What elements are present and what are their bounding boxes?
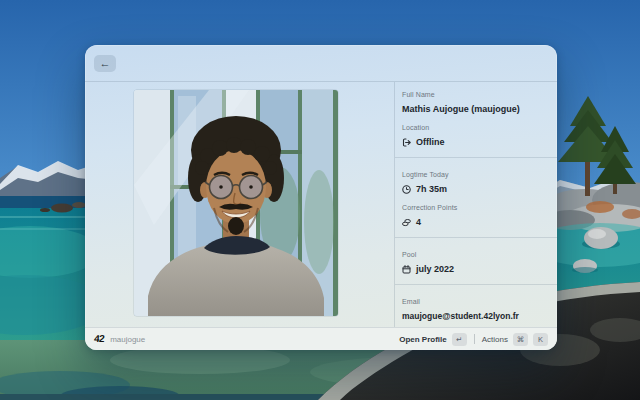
window-header: ← bbox=[85, 45, 557, 82]
clock-icon bbox=[402, 185, 411, 194]
field-label: Location bbox=[402, 124, 545, 132]
field-correction-points: Correction Points 4 bbox=[402, 204, 545, 229]
calendar-icon bbox=[402, 265, 411, 274]
section-divider bbox=[395, 157, 557, 158]
field-value: 7h 35m bbox=[416, 183, 447, 196]
profile-photo bbox=[134, 90, 338, 316]
field-value: july 2022 bbox=[416, 263, 454, 276]
back-button[interactable]: ← bbox=[94, 55, 116, 72]
enter-key-badge: ↵ bbox=[452, 333, 467, 346]
coins-icon bbox=[402, 218, 411, 227]
section-divider bbox=[395, 284, 557, 285]
field-label: Correction Points bbox=[402, 204, 545, 212]
actions-button[interactable]: Actions bbox=[482, 335, 508, 344]
42-logo-icon: 42 bbox=[93, 334, 104, 344]
search-query-text: maujogue bbox=[110, 335, 145, 344]
field-label: Full Name bbox=[402, 91, 545, 99]
k-key-badge: K bbox=[533, 333, 548, 346]
field-pool: Pool july 2022 bbox=[402, 251, 545, 276]
field-label: Pool bbox=[402, 251, 545, 259]
desktop: ← bbox=[0, 0, 640, 400]
open-profile-button[interactable]: Open Profile bbox=[399, 335, 447, 344]
footer-divider bbox=[474, 334, 475, 344]
metadata-panel: Full Name Mathis Aujogue (maujogue) Loca… bbox=[394, 82, 557, 327]
profile-window: ← bbox=[85, 45, 557, 350]
field-location: Location Offline bbox=[402, 124, 545, 149]
section-divider bbox=[395, 237, 557, 238]
field-label: Logtime Today bbox=[402, 171, 545, 179]
action-bar: 42 maujogue Open Profile ↵ Actions ⌘ K bbox=[85, 327, 557, 350]
field-value: 4 bbox=[416, 216, 421, 229]
field-full-name: Full Name Mathis Aujogue (maujogue) bbox=[402, 91, 545, 116]
field-value: Offline bbox=[416, 136, 445, 149]
field-logtime: Logtime Today 7h 35m bbox=[402, 171, 545, 196]
field-label: Email bbox=[402, 298, 545, 306]
field-email: Email maujogue@student.42lyon.fr bbox=[402, 298, 545, 323]
field-value: maujogue@student.42lyon.fr bbox=[402, 310, 545, 323]
logout-icon bbox=[402, 138, 411, 147]
field-value: Mathis Aujogue (maujogue) bbox=[402, 103, 545, 116]
cmd-key-badge: ⌘ bbox=[513, 333, 528, 346]
